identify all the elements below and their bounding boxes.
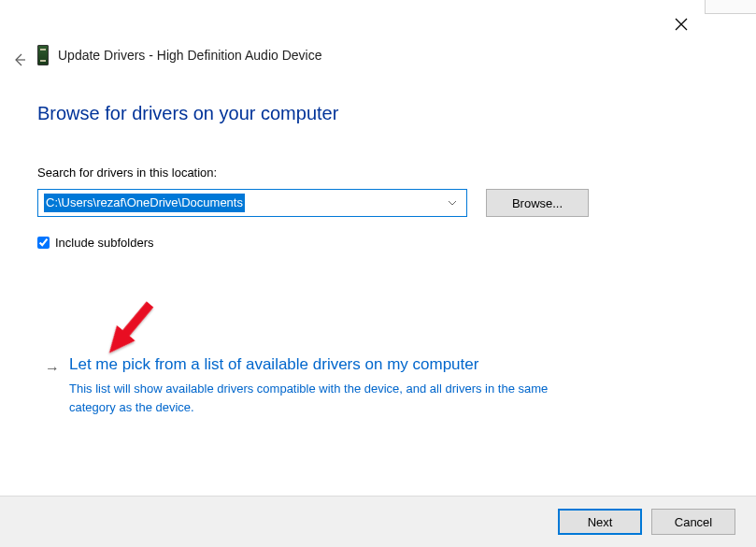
device-chip-icon	[37, 45, 49, 65]
include-subfolders-checkbox[interactable]	[37, 237, 50, 249]
cancel-button[interactable]: Cancel	[651, 509, 735, 535]
close-button[interactable]	[672, 15, 691, 34]
inactive-window-edge	[705, 0, 756, 14]
search-location-label: Search for drivers in this location:	[37, 166, 719, 180]
window-title: Update Drivers - High Definition Audio D…	[58, 48, 321, 63]
browse-button[interactable]: Browse...	[486, 189, 589, 217]
annotation-arrow-icon	[93, 290, 168, 365]
arrow-left-icon	[12, 52, 27, 67]
dialog-footer: Next Cancel	[0, 496, 756, 547]
pick-from-list-title: Let me pick from a list of available dri…	[69, 355, 691, 374]
pick-from-list-description: This list will show available drivers co…	[69, 380, 592, 416]
path-combobox[interactable]: C:\Users\rezaf\OneDrive\Documents	[37, 189, 467, 217]
page-heading: Browse for drivers on your computer	[37, 103, 719, 124]
back-button[interactable]	[11, 51, 28, 68]
chevron-down-icon[interactable]	[444, 190, 461, 216]
path-value: C:\Users\rezaf\OneDrive\Documents	[44, 194, 245, 212]
svg-marker-3	[100, 296, 159, 361]
pick-from-list-option[interactable]: → Let me pick from a list of available d…	[45, 355, 691, 416]
close-icon	[675, 18, 688, 31]
include-subfolders-label: Include subfolders	[55, 236, 154, 250]
arrow-right-icon: →	[45, 361, 60, 376]
include-subfolders-row[interactable]: Include subfolders	[37, 236, 719, 250]
next-button[interactable]: Next	[558, 509, 642, 535]
title-bar: Update Drivers - High Definition Audio D…	[37, 45, 321, 65]
